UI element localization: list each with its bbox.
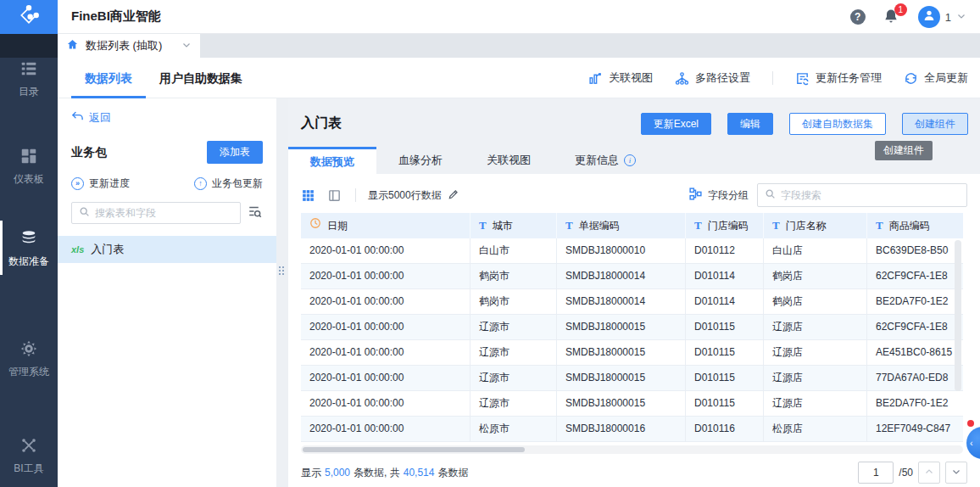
- back-button[interactable]: 返回: [71, 110, 276, 126]
- table-row[interactable]: 2020-01-01 00:00:00辽源市SMDBJ18000015D0101…: [301, 315, 963, 340]
- field-search-input[interactable]: 字段搜索: [757, 183, 967, 207]
- table-cell: D010115: [686, 366, 764, 391]
- finebi-logo[interactable]: [0, 0, 58, 34]
- update-progress-link[interactable]: » 更新进度: [71, 176, 130, 191]
- gear-icon: [0, 339, 58, 360]
- document-tab[interactable]: 数据列表 (抽取): [58, 34, 200, 58]
- table-row[interactable]: 2020-01-01 00:00:00鹤岗市SMDBJ18000014D0101…: [301, 289, 963, 315]
- table-list-item-入门表[interactable]: xls入门表: [58, 236, 276, 263]
- rows-display-setting[interactable]: 显示5000行数据: [368, 188, 459, 203]
- main-tab-label: 更新信息: [575, 147, 619, 174]
- package-title: 业务包: [71, 145, 107, 160]
- main-tab-label: 数据预览: [310, 149, 354, 174]
- pager-controls: /50: [858, 462, 967, 484]
- horizontal-scrollbar[interactable]: [301, 445, 963, 454]
- pager-middle: 条数据, 共: [354, 466, 400, 480]
- table-cell: SMDBJ18000015: [557, 315, 686, 340]
- table-cell: 2020-01-01 00:00:00: [301, 366, 471, 391]
- edit-pencil-icon[interactable]: [448, 188, 459, 203]
- package-row: 业务包 添加表: [58, 141, 276, 164]
- sidebar-item-管理系统[interactable]: 管理系统: [0, 339, 58, 379]
- field-group-button[interactable]: 字段分组: [688, 187, 749, 204]
- user-menu[interactable]: 1: [918, 6, 966, 28]
- pager-suffix: 条数据: [437, 466, 468, 480]
- rows-shown-count: 5,000: [325, 467, 350, 479]
- column-header-商品编码[interactable]: T商品编码: [867, 213, 963, 238]
- info-icon[interactable]: i: [624, 154, 636, 166]
- page-down-button[interactable]: [945, 462, 967, 484]
- table-row[interactable]: 2020-01-01 00:00:00鹤岗市SMDBJ18000014D0101…: [301, 264, 963, 289]
- table-search-input[interactable]: 搜索表和字段: [71, 202, 241, 224]
- sidebar-item-label: 目录: [19, 86, 39, 98]
- table-row[interactable]: 2020-01-01 00:00:00辽源市SMDBJ18000015D0101…: [301, 391, 963, 417]
- sidebar-item-label: 管理系统: [8, 366, 49, 378]
- page-up-button[interactable]: [918, 462, 940, 484]
- button-创建自助数据集[interactable]: 创建自助数据集: [789, 113, 886, 135]
- horizontal-scrollbar-thumb[interactable]: [303, 447, 525, 452]
- button-编辑[interactable]: 编辑: [727, 113, 773, 135]
- table-cell: 辽源市: [471, 366, 557, 391]
- action-全局更新[interactable]: 全局更新: [904, 70, 968, 86]
- button-创建组件[interactable]: 创建组件: [902, 113, 968, 135]
- column-header-门店编码[interactable]: T门店编码: [686, 213, 764, 238]
- table-cell: 62CF9CFA-1E8: [867, 315, 963, 340]
- table-row[interactable]: 2020-01-01 00:00:00松原市SMDBJ18000016D0101…: [301, 417, 963, 442]
- data-table: 日期T城市T单据编码T门店编码T门店名称T商品编码2020-01-01 00:0…: [301, 213, 963, 442]
- grid-view-icon[interactable]: [301, 188, 315, 203]
- panel-tabs: 数据列表用户自助数据集: [71, 58, 256, 98]
- chevron-down-icon[interactable]: [181, 40, 192, 53]
- add-table-button[interactable]: 添加表: [207, 141, 263, 164]
- card-view-icon[interactable]: [327, 188, 342, 203]
- subheader: 数据列表用户自助数据集 关联视图多路径设置更新任务管理全局更新: [58, 58, 980, 98]
- action-关联视图[interactable]: 关联视图: [588, 70, 653, 86]
- action-多路径设置[interactable]: 多路径设置: [675, 70, 750, 86]
- table-item-label: 入门表: [91, 242, 124, 257]
- table-row[interactable]: 2020-01-01 00:00:00辽源市SMDBJ18000015D0101…: [301, 340, 963, 366]
- column-header-日期[interactable]: 日期: [301, 213, 471, 238]
- table-cell: BE2DA7F0-1E2: [867, 391, 963, 417]
- notification-bell[interactable]: 1: [883, 7, 901, 27]
- column-header-城市[interactable]: T城市: [471, 213, 557, 238]
- back-label: 返回: [89, 110, 111, 126]
- drag-handle[interactable]: [279, 266, 286, 275]
- document-tabstrip: 数据列表 (抽取): [0, 34, 980, 58]
- create-widget-tooltip: 创建组件: [875, 141, 933, 160]
- main-tab-数据预览[interactable]: 数据预览: [288, 147, 376, 174]
- table-cell: 辽源市: [471, 340, 557, 366]
- main-tab-关联视图[interactable]: 关联视图: [465, 147, 553, 174]
- sidebar-item-BI工具[interactable]: BI工具: [0, 436, 58, 476]
- sidebar-item-数据准备[interactable]: 数据准备: [0, 229, 58, 269]
- page-number-input[interactable]: [858, 462, 894, 484]
- table-row[interactable]: 2020-01-01 00:00:00辽源市SMDBJ18000015D0101…: [301, 366, 963, 391]
- main-tab-更新信息[interactable]: 更新信息i: [553, 147, 658, 174]
- help-icon[interactable]: ?: [850, 9, 866, 25]
- relation-chart-icon: [588, 71, 603, 86]
- button-更新Excel[interactable]: 更新Excel: [641, 113, 711, 135]
- column-label: 门店编码: [708, 213, 749, 238]
- rows-total-count: 40,514: [404, 467, 435, 479]
- home-icon: [66, 38, 79, 53]
- vertical-scrollbar[interactable]: [955, 240, 961, 391]
- table-cell: 白山市: [471, 238, 557, 264]
- sidebar-item-仪表板[interactable]: 仪表板: [0, 147, 58, 187]
- action-更新任务管理[interactable]: 更新任务管理: [795, 70, 882, 86]
- main-tab-血缘分析[interactable]: 血缘分析: [376, 147, 465, 174]
- chevron-down-icon: [956, 9, 966, 25]
- package-update-link[interactable]: ↑ 业务包更新: [194, 176, 263, 191]
- table-cell: 2020-01-01 00:00:00: [301, 289, 471, 315]
- table-cell: 鹤岗店: [764, 264, 867, 289]
- panel-tab-数据列表[interactable]: 数据列表: [71, 58, 146, 98]
- table-row[interactable]: 2020-01-01 00:00:00白山市SMDBJ18000010D0101…: [301, 238, 963, 264]
- action-label: 全局更新: [924, 70, 968, 86]
- tools-icon: [0, 436, 58, 456]
- table-cell: 12EF7049-C847: [867, 417, 963, 442]
- column-label: 城市: [493, 213, 513, 238]
- table-cell: 77DA67A0-ED8: [867, 366, 963, 391]
- sidebar-item-目录[interactable]: 目录: [0, 59, 58, 99]
- search-icon: [765, 188, 776, 202]
- panel-tab-用户自助数据集[interactable]: 用户自助数据集: [146, 58, 256, 98]
- column-header-门店名称[interactable]: T门店名称: [764, 213, 867, 238]
- column-header-单据编码[interactable]: T单据编码: [557, 213, 686, 238]
- advanced-search-icon[interactable]: [248, 204, 263, 222]
- clock-icon: [309, 213, 321, 238]
